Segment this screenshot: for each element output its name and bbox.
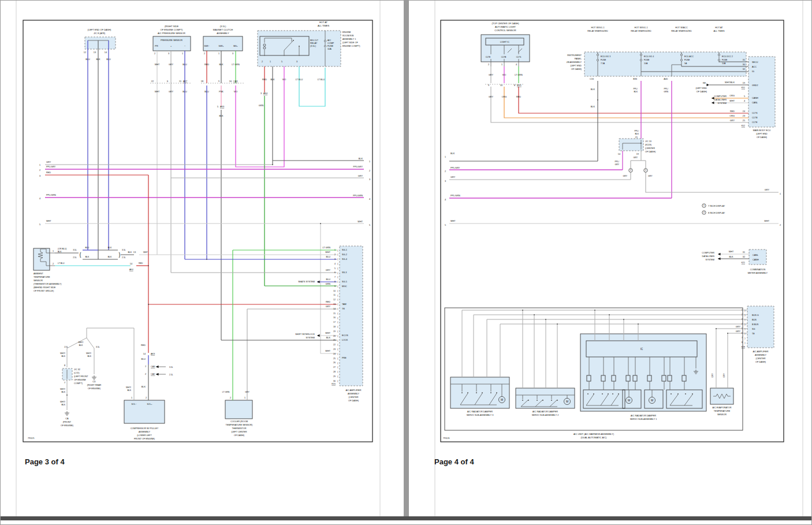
diagram-text: HOT W/IG1-1	[634, 27, 647, 29]
diagram-text: 2	[204, 53, 205, 55]
ambient-temp-sensor-box	[33, 248, 50, 270]
junction-dot	[638, 323, 639, 325]
diagram-text: 23	[743, 115, 745, 117]
diagram-text: 2	[703, 211, 705, 214]
diagram-text: 14	[105, 51, 107, 54]
diagram-text: BLK	[79, 344, 83, 347]
diagram-text: 8	[514, 84, 515, 87]
diagram-text: J/C 8 (A78)	[94, 32, 106, 35]
diagram-text: WHT	[143, 251, 148, 254]
diagram-text: 4	[369, 198, 370, 200]
diagram-text: 3	[260, 92, 262, 95]
diagram-text: 5	[217, 106, 218, 108]
diagram-text: 3	[168, 53, 169, 55]
servo2-box	[516, 388, 575, 408]
diagram-text: J/C 13	[645, 140, 651, 143]
junction-dot	[557, 400, 558, 401]
diagram-text: ASSEMBLY	[139, 431, 151, 433]
diagram-text: SSR−	[204, 45, 209, 47]
page4-footer: Page 4 of 4	[434, 457, 474, 466]
diagram-text: 2	[154, 53, 155, 55]
diagram-text: 10	[500, 84, 502, 87]
diagram-text: WHT	[450, 220, 456, 222]
diagram-text: 15	[333, 312, 336, 315]
diagram-text: TR	[342, 308, 345, 310]
diagram-text: K55	[331, 383, 336, 385]
diagram-text: WHT/	[126, 386, 131, 389]
diagram-text: PNK	[219, 91, 224, 93]
diagram-text: PR	[155, 45, 158, 47]
diagram-text: SG-2	[342, 254, 347, 256]
junction-dot	[618, 393, 619, 394]
diagram-text: AK7	[183, 80, 187, 83]
junction-dot	[542, 400, 543, 401]
diagram-text: SSR+	[218, 45, 224, 47]
diagram-text: LIGHT IC	[500, 41, 509, 43]
diagram-text: 10	[333, 290, 336, 292]
page4-group: 2112MMMM1)2)3)4)5)6)7)8)(TOP CENTER OF D…	[441, 20, 784, 442]
diagram-text: 17	[333, 321, 336, 323]
diagram-text: 791126	[443, 437, 449, 440]
diagram-text: PPL/GRY	[450, 167, 460, 169]
diagram-text: BLU	[326, 278, 331, 281]
diagram-text: 14	[143, 353, 146, 355]
diagram-text: BLU	[182, 64, 187, 66]
junction-dot	[467, 392, 468, 393]
diagram-text: BLK	[128, 251, 132, 254]
diagram-text: GRN	[664, 91, 668, 93]
junction-dot	[597, 99, 598, 100]
diagram-text: SOL+	[147, 403, 152, 405]
junction-dot	[609, 314, 610, 315]
diagram-text: (FRONT	[63, 421, 72, 423]
diagram-text: AK4	[129, 269, 133, 271]
diagram-text: 1	[780, 193, 781, 195]
diagram-text: PRESSURE SENSOR	[161, 39, 182, 42]
diagram-text: (LEFT FRONT	[74, 375, 88, 378]
diagram-text: OF DASH)	[348, 400, 359, 402]
page3-footer: Page 3 of 4	[25, 457, 65, 466]
diagram-text: RELAY	[310, 42, 318, 44]
diagram-text: CANL	[753, 254, 758, 256]
diagram-text: BLK	[108, 256, 112, 258]
diagram-text: K52	[742, 125, 745, 127]
diagram-text: 3	[369, 178, 370, 181]
diagram-text: ASSEMBLY	[755, 354, 767, 356]
diagram-text: 3	[232, 53, 233, 55]
pdf-viewer: 1(2(3(4(5(6(7(8(9(10(11(12(13(14(15(16(1…	[0, 0, 812, 525]
diagram-text: ECU-ACC	[684, 55, 694, 58]
jc8-box	[85, 37, 116, 49]
diagram-text: A40	[664, 78, 668, 80]
diagram-text: 2.5L	[64, 346, 68, 348]
diagram-text: SYSTEM	[717, 102, 727, 105]
diagram-text: OF DASH)	[755, 361, 766, 363]
diagram-text: BLK	[87, 355, 91, 358]
diagram-text: 10A	[644, 62, 648, 65]
diagram-text: SG-4	[342, 258, 347, 260]
junction-dot	[692, 393, 693, 394]
junction-dot	[727, 333, 728, 334]
diagram-text: 5	[281, 61, 282, 63]
diagram-text: GRY	[358, 175, 363, 177]
diagram-text: GRY	[736, 326, 741, 328]
diagram-text: SERVO SUB-ASSEMBLY 3	[467, 414, 494, 416]
diagram-text: 2	[39, 169, 40, 172]
diagram-text: SYSTEM	[705, 259, 714, 261]
diagram-text: OF ENGINE COMPT)	[161, 28, 184, 31]
diagram-text: SYSTEM	[306, 337, 315, 339]
junction-dot	[272, 164, 273, 165]
diagram-text: WHT	[325, 251, 330, 254]
diagram-text: LT BLU	[296, 79, 303, 81]
diagram-text: 23	[333, 348, 336, 351]
diagram-text: WHT	[155, 64, 160, 66]
diagram-text: 16	[333, 317, 336, 319]
diagram-text: BLK	[61, 391, 65, 393]
diagram-text: RED	[516, 96, 521, 98]
diagram-text: MAGNET CLUTCH	[213, 28, 233, 31]
diagram-text: 2	[53, 263, 54, 265]
diagram-text: 2.5L	[122, 256, 126, 259]
diagram-text: CA	[65, 418, 69, 420]
diagram-text: (BEHIND RIGHT SIDE	[33, 286, 56, 289]
diagram-text: BLU	[326, 256, 331, 258]
junction-dot	[522, 400, 523, 401]
diagram-text: M	[628, 399, 630, 402]
